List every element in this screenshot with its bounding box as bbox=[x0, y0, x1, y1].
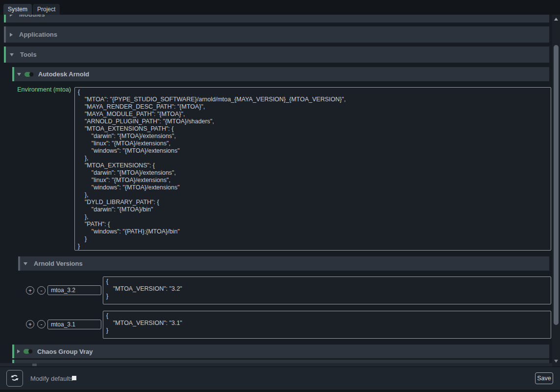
window-bottom-edge bbox=[0, 390, 560, 392]
tab-system[interactable]: System bbox=[3, 4, 32, 15]
version-name-input[interactable] bbox=[47, 285, 101, 295]
expand-arrow-icon bbox=[10, 15, 13, 17]
environment-mtoa-editor[interactable]: { "MTOA": "{PYPE_STUDIO_SOFTWARE}/arnold… bbox=[74, 87, 551, 251]
partial-section-header[interactable] bbox=[12, 360, 549, 363]
section-header-arnold-versions[interactable]: Arnold Versions bbox=[18, 256, 549, 271]
settings-scroll-area: Modules Applications Tools Autodesk Arno… bbox=[0, 15, 552, 367]
tool-title: Autodesk Arnold bbox=[38, 70, 89, 78]
version-editor-mtoa-3-2[interactable]: { "MTOA_VERSION": "3.2" } bbox=[103, 277, 551, 304]
refresh-icon bbox=[10, 373, 19, 384]
toggle-knob bbox=[29, 72, 33, 76]
tab-project[interactable]: Project bbox=[33, 4, 60, 15]
collapse-arrow-icon bbox=[10, 53, 14, 56]
collapse-arrow-icon bbox=[23, 262, 27, 265]
modified-stripe bbox=[12, 360, 14, 363]
modified-stripe bbox=[4, 15, 6, 23]
section-title: Tools bbox=[20, 51, 37, 58]
save-button[interactable]: Save bbox=[535, 372, 553, 384]
refresh-button[interactable] bbox=[6, 370, 23, 387]
section-header-tools[interactable]: Tools bbox=[4, 46, 549, 63]
scroll-up-arrow-icon[interactable] bbox=[554, 18, 558, 21]
section-title: Applications bbox=[19, 31, 57, 38]
environment-mtoa-label: Environment (mtoa) bbox=[10, 86, 71, 93]
toggle-knob bbox=[28, 349, 32, 353]
default-stripe bbox=[18, 256, 20, 271]
modified-stripe bbox=[12, 345, 14, 358]
section-header-chaos-group-vray[interactable]: Chaos Group Vray bbox=[12, 345, 549, 358]
horizontal-scrollbar-thumb[interactable] bbox=[32, 364, 37, 366]
settings-window: System Project Modules Applications Tool… bbox=[0, 0, 560, 392]
section-header-modules[interactable]: Modules bbox=[4, 15, 549, 23]
add-version-button[interactable]: + bbox=[26, 286, 34, 295]
section-title: Arnold Versions bbox=[34, 260, 83, 267]
tool-title: Chaos Group Vray bbox=[37, 348, 93, 355]
section-title: Modules bbox=[19, 15, 45, 18]
tab-bar: System Project bbox=[0, 0, 560, 15]
add-version-button[interactable]: + bbox=[26, 320, 34, 328]
horizontal-scrollbar[interactable] bbox=[0, 363, 552, 367]
arnold-enabled-toggle[interactable] bbox=[24, 72, 34, 77]
modify-defaults-checkbox[interactable] bbox=[72, 376, 76, 380]
vertical-scrollbar-thumb[interactable] bbox=[554, 45, 559, 325]
vray-enabled-toggle[interactable] bbox=[23, 349, 33, 354]
collapse-arrow-icon bbox=[17, 73, 21, 76]
section-header-applications[interactable]: Applications bbox=[4, 26, 549, 43]
modified-stripe bbox=[4, 46, 6, 63]
version-editor-mtoa-3-1[interactable]: { "MTOA_VERSION": "3.1" } bbox=[103, 311, 551, 339]
modify-defaults-label: Modify defaults bbox=[30, 375, 73, 382]
remove-version-button[interactable]: - bbox=[37, 286, 46, 295]
default-stripe bbox=[4, 26, 6, 43]
vertical-scrollbar[interactable] bbox=[552, 15, 560, 367]
scroll-down-arrow-icon[interactable] bbox=[554, 360, 558, 363]
remove-version-button[interactable]: - bbox=[37, 320, 46, 328]
section-header-autodesk-arnold[interactable]: Autodesk Arnold bbox=[12, 67, 549, 81]
version-name-input[interactable] bbox=[47, 320, 101, 329]
modified-stripe bbox=[12, 67, 14, 81]
expand-arrow-icon bbox=[10, 33, 13, 37]
expand-arrow-icon bbox=[17, 349, 20, 353]
footer-bar: Modify defaults Save bbox=[0, 367, 560, 390]
